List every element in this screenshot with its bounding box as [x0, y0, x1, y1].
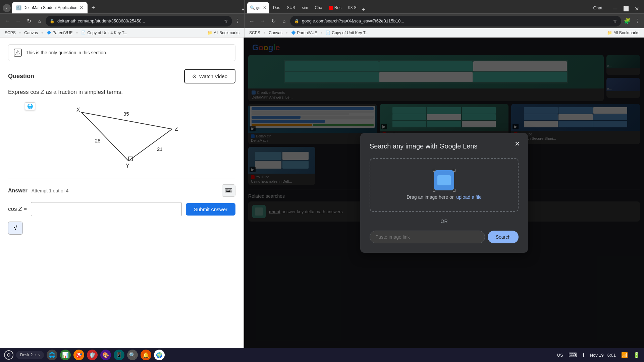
answer-input-row: cos Z = Submit Answer: [8, 202, 235, 216]
svg-text:Y: Y: [126, 163, 129, 169]
taskbar-app-5[interactable]: 🎨: [100, 350, 111, 360]
home-nav-left[interactable]: ⌂: [35, 16, 44, 26]
submit-answer-button[interactable]: Submit Answer: [186, 203, 235, 216]
active-tab-right[interactable]: 🔍 gra ✕: [247, 2, 269, 13]
window-controls: ─ ⬜ ✕: [608, 4, 644, 13]
yt-favicon: [329, 6, 333, 10]
translate-icon: 🌐: [27, 104, 33, 109]
ext-btn-left[interactable]: ⋮: [233, 16, 241, 25]
folder-icon-right: 📁: [607, 31, 612, 35]
url-field-left[interactable]: 🔒 deltamath.com/app/student/3508680/2545…: [46, 16, 232, 26]
attempt-text: Attempt 1 out of 4: [32, 188, 69, 193]
taskbar-app-1[interactable]: 🌐: [47, 350, 57, 360]
tab-93s[interactable]: 93 S: [345, 2, 359, 13]
bm-unit-left[interactable]: 📄 Copy of Unit 4 Key T...: [79, 30, 129, 36]
bm-unit-right[interactable]: 📄 Copy of Unit Key T...: [324, 30, 370, 36]
right-tab-label: gra: [256, 6, 262, 10]
bm-all-right[interactable]: 📁 All Bookmarks: [605, 30, 641, 36]
bm-parentvue-left[interactable]: 🔷 ParentVUE: [45, 30, 75, 36]
desk-indicator[interactable]: Desk 2 ‹ ›: [16, 351, 44, 359]
bm-scps-right[interactable]: SCPS: [247, 30, 262, 36]
back-nav-right[interactable]: ←: [247, 16, 257, 26]
power-btn[interactable]: [4, 350, 13, 360]
keyboard-tray-icon[interactable]: ⌨: [569, 351, 577, 359]
desk-label: Desk 2: [20, 353, 33, 357]
overflow-btn[interactable]: ▾: [242, 7, 244, 12]
tab-favicon: 🔢: [16, 5, 21, 10]
lens-dialog: ✕ Search any image with Google Lens: [360, 133, 528, 253]
star-right[interactable]: ☆: [613, 18, 617, 24]
active-tab-left[interactable]: 🔢 DeltaMath Student Application ✕: [12, 2, 88, 13]
resize-handle-bl: [433, 189, 435, 192]
lens-close-btn[interactable]: ✕: [512, 138, 523, 149]
url-field-right[interactable]: 🔒 google.com/search?sa=X&sca_esv=7f62e31…: [290, 16, 621, 26]
tab-sus[interactable]: SUS: [284, 2, 298, 13]
bm-canvas-left[interactable]: Canvas: [22, 30, 40, 36]
bm-scps-left[interactable]: SCPS: [3, 30, 18, 36]
refresh-nav-right[interactable]: ↻: [269, 16, 278, 26]
star-left[interactable]: ☆: [224, 18, 228, 24]
taskbar-app-7[interactable]: 🔍: [127, 350, 138, 360]
lens-drop-zone[interactable]: Drag an image here or upload a file: [370, 158, 519, 212]
system-tray: US ⌨ ℹ Nov 19 6:01 📶 🔋: [557, 351, 640, 359]
new-tab-btn-left[interactable]: +: [89, 2, 98, 13]
bookmarks-container: SCPS • Canvas • 🔷 ParentVUE • 📄 Copy of …: [0, 28, 644, 38]
taskbar-app-3[interactable]: 🎯: [73, 350, 84, 360]
alert-text: This is the only question in this sectio…: [26, 50, 107, 55]
tab-close-left[interactable]: ✕: [79, 5, 84, 10]
forward-nav-right[interactable]: →: [258, 16, 267, 26]
taskbar-chrome[interactable]: 🌍: [154, 350, 165, 360]
keyboard-toggle-btn[interactable]: ⌨: [222, 184, 235, 197]
maximize-btn[interactable]: ⬜: [621, 4, 631, 13]
cos-label: cos Z =: [8, 206, 27, 213]
resize-handle-br: [453, 189, 455, 192]
ext-btn-right-2[interactable]: ⋮: [633, 16, 641, 25]
taskbar-app-8[interactable]: 🔔: [141, 350, 151, 360]
tab-overflow-left: ▾: [242, 7, 244, 12]
battery-icon: 🔋: [633, 352, 640, 358]
tab-title-left: DeltaMath Student Application: [23, 5, 77, 10]
refresh-nav-left[interactable]: ↻: [24, 16, 34, 26]
tab-cha[interactable]: Cha: [312, 2, 325, 13]
bm-canvas-right[interactable]: Canvas: [267, 30, 284, 36]
info-icon[interactable]: ℹ: [583, 352, 585, 358]
question-label: Question: [8, 73, 34, 80]
svg-text:28: 28: [95, 138, 101, 143]
taskbar-app-4[interactable]: 🛡️: [87, 350, 98, 360]
deltamath-content: ⚠ This is the only question in this sect…: [0, 38, 244, 241]
tab-sim[interactable]: sim: [299, 2, 311, 13]
upload-link[interactable]: upload a file: [456, 194, 482, 200]
answer-input[interactable]: [31, 202, 182, 216]
back-btn[interactable]: ‹: [3, 4, 11, 12]
svg-text:21: 21: [157, 146, 163, 152]
lens-search-button[interactable]: Search: [488, 231, 519, 243]
ext-btn-right-1[interactable]: 🧩: [623, 16, 632, 25]
alert-banner: ⚠ This is the only question in this sect…: [8, 44, 235, 61]
bm-parentvue-right[interactable]: 🔷 ParentVUE: [289, 30, 319, 36]
lens-url-input[interactable]: [370, 231, 485, 243]
bm-all-left[interactable]: 📁 All Bookmarks: [205, 30, 241, 36]
close-window-btn[interactable]: ✕: [632, 4, 641, 13]
back-nav-left[interactable]: ←: [3, 16, 12, 26]
lock-icon-right: 🔒: [294, 19, 299, 23]
lens-title: Search any image with Google Lens: [370, 142, 519, 150]
taskbar-app-2[interactable]: 📊: [60, 350, 71, 360]
minimize-btn[interactable]: ─: [610, 4, 620, 13]
lens-or: OR: [370, 219, 519, 224]
tab-das[interactable]: Das: [270, 2, 283, 13]
answer-header: Answer Attempt 1 out of 4 ⌨: [8, 184, 235, 197]
new-tab-btn-right[interactable]: +: [362, 6, 366, 13]
sqrt-button[interactable]: √: [8, 222, 23, 235]
watch-video-button[interactable]: ⊙ Watch Video: [184, 69, 235, 83]
home-nav-right[interactable]: ⌂: [279, 16, 289, 26]
right-tab-close[interactable]: ✕: [263, 5, 266, 10]
taskbar-app-6[interactable]: 📱: [114, 350, 124, 360]
url-text-left: deltamath.com/app/student/3508680/25458.…: [57, 18, 221, 23]
translate-button[interactable]: 🌐: [25, 102, 35, 110]
forward-nav-left[interactable]: →: [13, 16, 23, 26]
chat-tab[interactable]: Chat: [589, 2, 606, 13]
tab-roc[interactable]: Roc: [326, 2, 344, 13]
lock-icon-left: 🔒: [50, 19, 55, 23]
date-time: Nov 19 6:01: [590, 353, 616, 358]
tab-bar: ‹ 🔢 DeltaMath Student Application ✕ + ▾ …: [0, 0, 644, 13]
